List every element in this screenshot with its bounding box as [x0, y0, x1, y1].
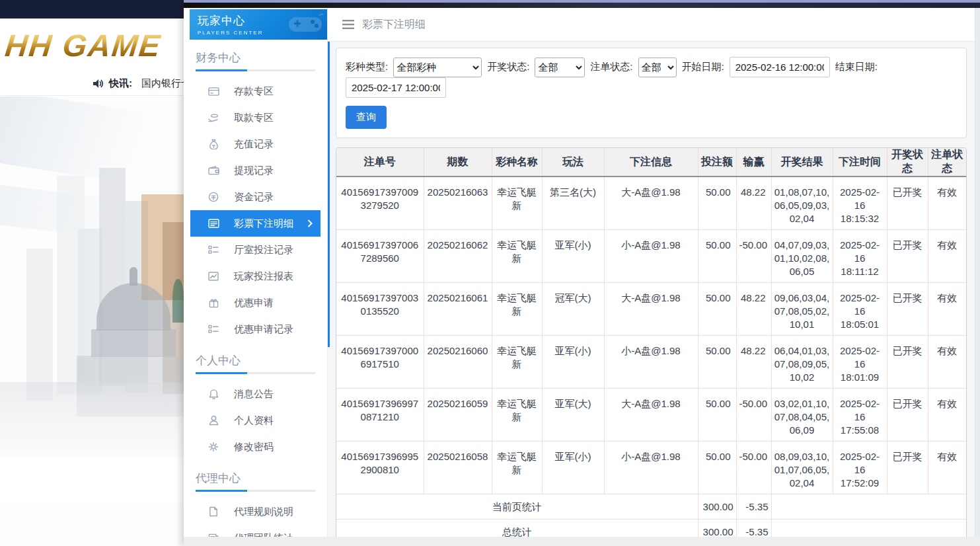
background-city-image — [0, 97, 184, 504]
search-button[interactable]: 查询 — [346, 106, 387, 129]
end-date-input[interactable] — [346, 77, 446, 98]
table-cell: 08,09,03,10,01,07,06,05,02,04 — [771, 442, 833, 494]
screen: HH GAME 快讯: 国内银行卡 玩家中心 PLAYERS CENTER — [0, 0, 980, 546]
table-cell: 50.00 — [698, 336, 736, 389]
table-row: 40156917397000691751020250216060幸运飞艇新亚军(… — [336, 336, 966, 389]
table-cell: 2025-02-16 17:55:08 — [833, 389, 887, 442]
sidebar-item[interactable]: 优惠申请 — [190, 290, 320, 316]
table-cell: 小-A盘@1.98 — [604, 442, 698, 494]
sidebar-item-label: 个人资料 — [234, 414, 274, 427]
sidebar-item-label: 优惠申请 — [234, 297, 274, 309]
filter-panel: 彩种类型: 全部彩种 开奖状态: 全部 注单状态: 全部 — [336, 48, 967, 138]
table-cell: 20250216061 — [424, 283, 492, 336]
table-cell: 亚军(小) — [542, 336, 604, 389]
sidebar: 玩家中心 PLAYERS CENTER 财务中心存款专区取款专区充值记录提现记录… — [184, 8, 328, 537]
table-row: 40156917397006728956020250216062幸运飞艇新亚军(… — [336, 230, 966, 283]
gear-icon — [207, 441, 219, 453]
start-date-input[interactable] — [730, 57, 830, 77]
bet-status-label: 注单状态: — [590, 61, 632, 73]
sidebar-section-title: 代理中心 — [196, 471, 315, 486]
sidebar-header: 玩家中心 PLAYERS CENTER — [190, 9, 328, 40]
table-cell: 幸运飞艇新 — [492, 442, 542, 494]
summary-bet-total: 300.00 — [698, 494, 736, 520]
table-cell: 幸运飞艇新 — [492, 389, 542, 442]
table-cell: 20250216058 — [424, 442, 492, 494]
speaker-icon — [93, 79, 104, 89]
gamepad-icon — [286, 12, 324, 37]
document-icon — [207, 506, 219, 518]
table-column-header: 注单状态 — [928, 148, 966, 176]
panel-scrollbar[interactable] — [975, 8, 980, 537]
news-ticker: 快讯: 国内银行卡 — [0, 71, 184, 96]
table-cell: 01,08,07,10,06,05,09,03,02,04 — [771, 176, 833, 230]
sidebar-item[interactable]: 优惠申请记录 — [190, 316, 320, 342]
table-row: 40156917397003013552020250216061幸运飞艇新冠军(… — [336, 283, 966, 336]
table-cell: 20250216062 — [424, 230, 492, 283]
sidebar-item-label: 厅室投注记录 — [234, 244, 293, 256]
table-cell: 已开奖 — [887, 176, 928, 230]
table-column-header: 开奖结果 — [771, 148, 833, 176]
section-underline — [196, 490, 315, 492]
coins-icon — [207, 191, 219, 203]
table-cell: 小-A盘@1.98 — [604, 230, 698, 283]
table-cell: 有效 — [928, 442, 966, 494]
sidebar-item[interactable]: 资金记录 — [190, 184, 320, 210]
table-cell: 幸运飞艇新 — [492, 283, 542, 336]
records-icon — [207, 323, 219, 335]
table-cell: 有效 — [928, 389, 966, 442]
sidebar-item-label: 彩票下注明细 — [234, 217, 293, 230]
draw-status-select[interactable]: 全部 — [535, 58, 585, 77]
sidebar-item[interactable]: 代理规则说明 — [190, 498, 320, 525]
menu-toggle-icon[interactable] — [342, 20, 354, 29]
table-cell: 有效 — [928, 176, 966, 230]
sidebar-item[interactable]: 代理团队统计 — [190, 525, 320, 537]
table-column-header: 注单号 — [336, 148, 424, 176]
table-column-header: 开奖状态 — [887, 148, 928, 176]
table-header-row: 注单号期数彩种名称玩法下注信息投注额输赢开奖结果下注时间开奖状态注单状态 — [336, 148, 966, 176]
section-underline — [196, 372, 315, 374]
table-cell: 亚军(小) — [542, 442, 604, 494]
lottery-type-label: 彩种类型: — [346, 61, 388, 73]
table-column-header: 下注信息 — [604, 148, 698, 176]
ticker-text: 国内银行卡 — [141, 77, 184, 90]
sidebar-item[interactable]: 厅室投注记录 — [190, 237, 320, 263]
sidebar-item[interactable]: 消息公告 — [190, 381, 320, 407]
sidebar-item-label: 资金记录 — [234, 191, 274, 204]
table-cell: 401569173970067289560 — [336, 230, 424, 283]
table-column-header: 投注额 — [698, 148, 736, 176]
table-cell: 20250216060 — [424, 336, 492, 389]
table-cell: 20250216059 — [424, 389, 492, 442]
sidebar-item-label: 玩家投注报表 — [234, 270, 293, 283]
chevron-right-icon — [307, 219, 313, 227]
withdraw-hand-icon — [207, 112, 219, 124]
sidebar-item[interactable]: 修改密码 — [190, 434, 320, 460]
table-cell: 401569173970093279520 — [336, 176, 424, 230]
table-cell: -50.00 — [736, 389, 771, 442]
sidebar-item[interactable]: 彩票下注明细 — [190, 210, 320, 237]
bet-table-card: 注单号期数彩种名称玩法下注信息投注额输赢开奖结果下注时间开奖状态注单状态 401… — [336, 147, 967, 537]
table-cell: 冠军(大) — [542, 283, 604, 336]
page-title: 彩票下注明细 — [362, 18, 426, 32]
wallet-icon — [207, 165, 219, 176]
table-cell: 50.00 — [698, 389, 736, 442]
site-top-navbar — [0, 0, 184, 19]
sidebar-item[interactable]: 个人资料 — [190, 407, 320, 434]
table-cell: 大-A盘@1.98 — [604, 283, 698, 336]
table-cell: 50.00 — [698, 283, 736, 336]
sidebar-item[interactable]: 取款专区 — [190, 104, 320, 131]
table-column-header: 期数 — [424, 148, 492, 176]
sidebar-item[interactable]: 玩家投注报表 — [190, 263, 320, 290]
table-summary-row: 总统计300.00-5.35 — [336, 520, 966, 537]
sidebar-item[interactable]: 充值记录 — [190, 131, 320, 157]
bet-status-select[interactable]: 全部 — [638, 58, 677, 77]
table-cell: 20250216063 — [424, 176, 492, 230]
sidebar-item[interactable]: 存款专区 — [190, 78, 320, 104]
sidebar-item[interactable]: 提现记录 — [190, 157, 320, 184]
sidebar-item-label: 修改密码 — [234, 441, 274, 453]
logo-band: HH GAME — [0, 19, 184, 71]
table-cell: 04,07,09,03,01,10,02,08,06,05 — [771, 230, 833, 283]
bet-table: 注单号期数彩种名称玩法下注信息投注额输赢开奖结果下注时间开奖状态注单状态 401… — [336, 148, 966, 537]
table-cell: 2025-02-16 18:01:09 — [833, 336, 887, 389]
table-cell: 401569173970006917510 — [336, 336, 424, 389]
lottery-type-select[interactable]: 全部彩种 — [393, 58, 482, 77]
